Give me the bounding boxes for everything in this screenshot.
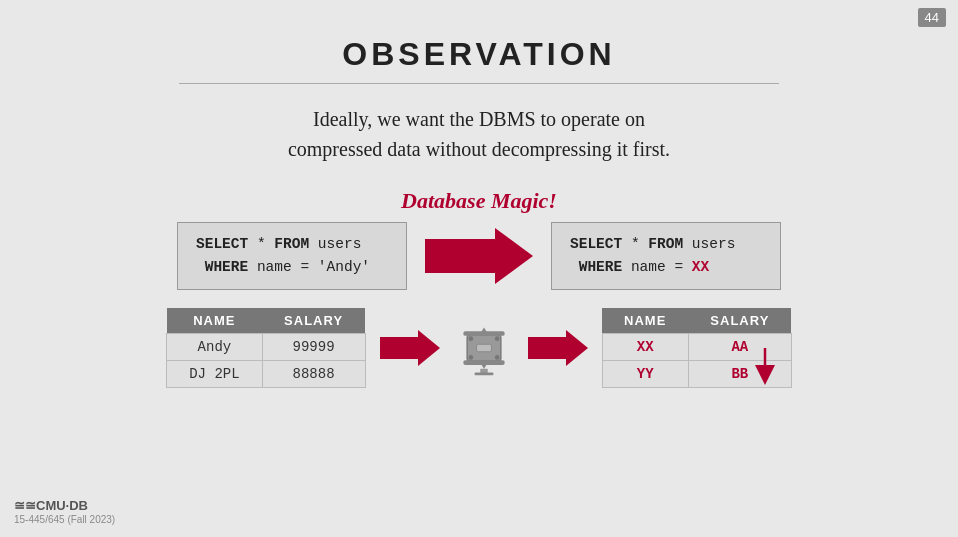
query-box-left: SELECT * FROM users WHERE name = 'Andy' xyxy=(177,222,407,290)
subtitle: Ideally, we want the DBMS to operate on … xyxy=(288,104,670,164)
logo-text: ≅≅CMU·DB xyxy=(14,496,115,514)
svg-rect-7 xyxy=(476,345,491,353)
subtitle-line1: Ideally, we want the DBMS to operate on xyxy=(313,108,645,130)
table-row: YY BB xyxy=(602,361,791,388)
svg-rect-9 xyxy=(474,373,493,376)
select-kw-right: SELECT xyxy=(570,236,622,252)
cell-salary-2: 88888 xyxy=(262,361,365,388)
logo-subtitle: 15-445/645 (Fall 2023) xyxy=(14,514,115,525)
cell-salary-1: 99999 xyxy=(262,334,365,361)
table-right-header-name: NAME xyxy=(602,308,688,334)
logo-icon: ≅ xyxy=(14,498,25,514)
cell-salary-bb: BB xyxy=(688,361,791,388)
arrow-inner xyxy=(425,228,533,284)
arrow-shape xyxy=(425,228,533,284)
subtitle-line2: compressed data without decompressing it… xyxy=(288,138,670,160)
table-right: NAME SALARY XX AA YY BB xyxy=(602,308,792,388)
tables-row: NAME SALARY Andy 99999 DJ 2PL 88888 xyxy=(166,308,792,388)
where-kw-left: WHERE xyxy=(205,259,249,275)
cell-name-xx: XX xyxy=(602,334,688,361)
from-kw-right: FROM xyxy=(648,236,683,252)
table-left-header-salary: SALARY xyxy=(262,308,365,334)
table-right-header-salary: SALARY xyxy=(688,308,791,334)
table-row: Andy 99999 xyxy=(167,334,365,361)
cell-name-yy: YY xyxy=(602,361,688,388)
small-arrow-2 xyxy=(528,330,588,366)
slide: 44 OBSERVATION Ideally, we want the DBMS… xyxy=(0,0,958,537)
arrow-body-small-1 xyxy=(380,337,418,359)
logo-name: ≅CMU·DB xyxy=(25,498,88,513)
cell-name-1: Andy xyxy=(167,334,262,361)
compressor-icon xyxy=(454,318,514,378)
where-kw-right: WHERE xyxy=(579,259,623,275)
svg-point-3 xyxy=(468,337,473,342)
page-number: 44 xyxy=(918,8,946,27)
db-magic-label: Database Magic! xyxy=(401,188,557,214)
cell-name-2: DJ 2PL xyxy=(167,361,262,388)
main-content: Ideally, we want the DBMS to operate on … xyxy=(0,104,958,388)
table-left-header-name: NAME xyxy=(167,308,262,334)
arrow-head xyxy=(495,228,533,284)
compress-svg xyxy=(452,318,516,378)
from-kw-left: FROM xyxy=(274,236,309,252)
arrow-head-small-1 xyxy=(418,330,440,366)
query-row: SELECT * FROM users WHERE name = 'Andy' … xyxy=(0,222,958,290)
slide-title: OBSERVATION xyxy=(0,0,958,83)
svg-rect-10 xyxy=(463,332,504,337)
svg-point-6 xyxy=(494,355,499,360)
small-arrow-1 xyxy=(380,330,440,366)
table-row: XX AA xyxy=(602,334,791,361)
logo-area: ≅≅CMU·DB 15-445/645 (Fall 2023) xyxy=(14,496,115,525)
arrow-body-small-2 xyxy=(528,337,566,359)
cell-salary-aa: AA xyxy=(688,334,791,361)
svg-point-4 xyxy=(494,337,499,342)
xx-value: XX xyxy=(692,259,709,275)
svg-rect-11 xyxy=(463,361,504,366)
table-row: DJ 2PL 88888 xyxy=(167,361,365,388)
title-divider xyxy=(179,83,779,84)
arrow-head-small-2 xyxy=(566,330,588,366)
big-arrow-right xyxy=(425,228,533,284)
arrow-body xyxy=(425,239,495,273)
select-kw-left: SELECT xyxy=(196,236,248,252)
query-box-right: SELECT * FROM users WHERE name = XX xyxy=(551,222,781,290)
table-left: NAME SALARY Andy 99999 DJ 2PL 88888 xyxy=(166,308,365,388)
svg-point-5 xyxy=(468,355,473,360)
